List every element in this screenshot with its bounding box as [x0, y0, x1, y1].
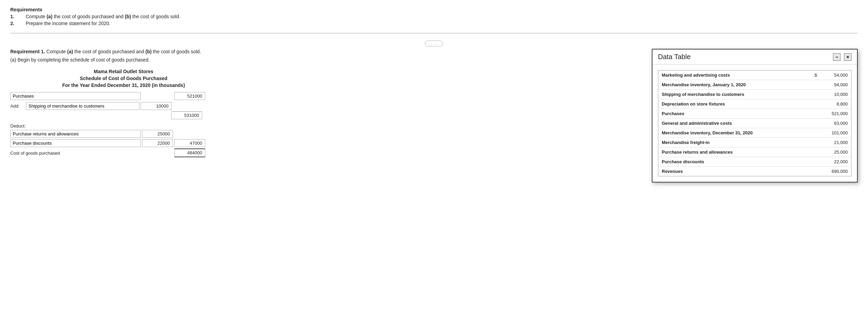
dt-row-label: Merchandise inventory, December 31, 2020: [658, 128, 811, 138]
req1-bold-a: (a): [67, 49, 73, 54]
deduct-total-cell[interactable]: 47000: [174, 139, 205, 147]
data-table-row: Marketing and advertising costs $ 54,000: [658, 70, 852, 80]
req-1-bold-a: (a): [47, 14, 53, 19]
cost-row: Cost of goods purchased 484000: [10, 148, 237, 157]
popup-header: Data Table − ×: [652, 49, 857, 65]
popup-body: Marketing and advertising costs $ 54,000…: [652, 65, 857, 182]
popup-title: Data Table: [658, 53, 691, 61]
req1-title: Requirement 1. Compute (a) the cost of g…: [10, 49, 237, 54]
dt-row-symbol: [811, 80, 820, 90]
subtotal-value-cell[interactable]: 531000: [171, 111, 202, 119]
purchases-row-label: [10, 92, 141, 100]
discounts-row: 22000 47000: [10, 139, 237, 147]
dt-row-value: 521,000: [821, 109, 852, 119]
data-table-row: Depreciation on store fixtures 8,800: [658, 99, 852, 109]
dt-row-value: 8,800: [821, 99, 852, 109]
data-table-row: Purchases 521,000: [658, 109, 852, 119]
dt-row-value: 690,000: [821, 167, 852, 176]
req-2-text: Prepare the income statement for 2020.: [26, 21, 111, 26]
requirement-1-item: 1. Compute (a) the cost of goods purchas…: [10, 14, 858, 19]
minimize-button[interactable]: −: [833, 53, 841, 61]
deduct-label: Deduct:: [10, 123, 237, 129]
data-table: Marketing and advertising costs $ 54,000…: [658, 70, 852, 176]
dt-row-symbol: [811, 90, 820, 99]
dt-row-value: 101,000: [821, 128, 852, 138]
data-table-row: Revenues 690,000: [658, 167, 852, 176]
add-shipping-row: Add: 10000: [10, 102, 237, 110]
dt-row-label: Merchandise inventory, January 1, 2020: [658, 80, 811, 90]
connector-area: .....: [10, 38, 858, 49]
data-table-row: General and administrative costs 63,000: [658, 119, 852, 128]
dt-row-symbol: [811, 109, 820, 119]
dt-row-value: 63,000: [821, 119, 852, 128]
purchases-value-cell[interactable]: 521000: [174, 92, 205, 100]
dt-row-symbol: [811, 167, 820, 176]
dt-row-label: Shipping of merchandise to customers: [658, 90, 811, 99]
subtotal-row: 531000: [139, 111, 237, 119]
main-container: Requirements 1. Compute (a) the cost of …: [0, 0, 868, 332]
dt-row-symbol: [811, 147, 820, 157]
dt-row-symbol: [811, 138, 820, 147]
purchases-input[interactable]: [10, 92, 141, 100]
schedule-period: For the Year Ended December 31, 2020 (in…: [10, 82, 237, 88]
data-table-row: Purchase discounts 22,000: [658, 157, 852, 167]
dt-row-label: Merchandise freight-in: [658, 138, 811, 147]
left-panel: Requirement 1. Compute (a) the cost of g…: [10, 49, 244, 159]
dt-row-value: 25,000: [821, 147, 852, 157]
data-table-row: Merchandise inventory, December 31, 2020…: [658, 128, 852, 138]
req-1-num: 1.: [10, 14, 19, 19]
dt-row-value: 54,000: [821, 70, 852, 80]
discounts-value-cell[interactable]: 22000: [142, 139, 173, 147]
requirements-section: Requirements 1. Compute (a) the cost of …: [10, 7, 858, 26]
requirements-list: 1. Compute (a) the cost of goods purchas…: [10, 14, 858, 26]
returns-input[interactable]: [10, 130, 141, 138]
add-label: Add:: [10, 103, 24, 109]
dt-row-symbol: [811, 119, 820, 128]
cost-value-cell[interactable]: 484000: [174, 148, 205, 157]
dt-row-label: Purchase discounts: [658, 157, 811, 167]
dt-row-value: 94,000: [821, 80, 852, 90]
content-area: Requirement 1. Compute (a) the cost of g…: [10, 49, 858, 159]
data-table-row: Merchandise inventory, January 1, 2020 9…: [658, 80, 852, 90]
requirement-2-item: 2. Prepare the income statement for 2020…: [10, 21, 858, 26]
req1-subtitle: (a) Begin by completing the schedule of …: [10, 57, 237, 63]
req-1-text: Compute (a) the cost of goods purchased …: [26, 14, 181, 19]
dt-row-value: 22,000: [821, 157, 852, 167]
req-2-num: 2.: [10, 21, 19, 26]
req1-bold-b: (b): [146, 49, 152, 54]
dt-row-label: Marketing and advertising costs: [658, 70, 811, 80]
req1-label: Requirement 1.: [10, 49, 45, 54]
shipping-value-cell[interactable]: 10000: [141, 102, 172, 110]
discounts-input[interactable]: [10, 139, 141, 147]
returns-row: 25000: [10, 130, 237, 138]
close-button[interactable]: ×: [844, 53, 852, 61]
popup-controls: − ×: [833, 53, 852, 61]
cost-label-area: Cost of goods purchased: [10, 150, 141, 156]
shipping-input[interactable]: [26, 102, 139, 110]
data-table-popup: Data Table − × Marketing and advertising…: [652, 49, 858, 182]
req-1-bold-b: (b): [125, 14, 131, 19]
dt-row-label: Revenues: [658, 167, 811, 176]
cost-label: Cost of goods purchased: [10, 151, 60, 156]
dt-row-symbol: [811, 99, 820, 109]
company-name: Mama Retail Outlet Stores: [10, 69, 237, 74]
dt-row-value: 21,000: [821, 138, 852, 147]
requirements-title: Requirements: [10, 7, 858, 12]
data-table-row: Purchase returns and allowances 25,000: [658, 147, 852, 157]
schedule-title: Schedule of Cost of Goods Purchased: [10, 76, 237, 81]
purchases-row: 521000: [10, 92, 237, 100]
dt-row-symbol: [811, 128, 820, 138]
dt-row-label: Depreciation on store fixtures: [658, 99, 811, 109]
connector-dots: .....: [425, 41, 443, 47]
dt-row-value: 10,000: [821, 90, 852, 99]
dt-row-symbol: [811, 157, 820, 167]
dt-row-label: Purchases: [658, 109, 811, 119]
returns-value-cell[interactable]: 25000: [142, 130, 173, 138]
data-table-row: Merchandise freight-in 21,000: [658, 138, 852, 147]
divider: [10, 33, 858, 33]
dt-row-label: General and administrative costs: [658, 119, 811, 128]
dt-row-symbol: $: [811, 70, 820, 80]
data-table-row: Shipping of merchandise to customers 10,…: [658, 90, 852, 99]
dt-row-label: Purchase returns and allowances: [658, 147, 811, 157]
